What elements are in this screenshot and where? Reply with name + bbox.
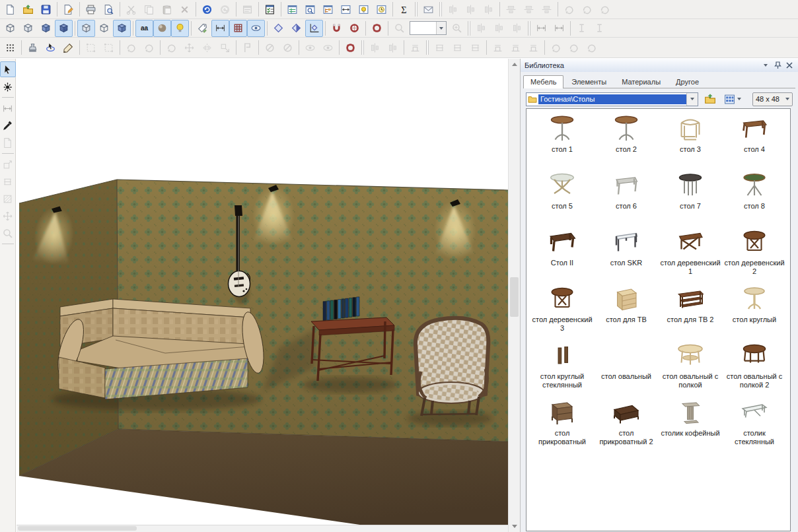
library-item-21[interactable]: стол прикроватный [530,397,595,453]
library-item-20[interactable]: стол овальный с полкой 2 [723,340,787,397]
thumbnail-size-combobox[interactable]: 48 x 48 [752,92,793,106]
project-checklist-button[interactable] [261,1,279,18]
tt-round-wood-icon [739,226,770,258]
scroll-up-button[interactable] [509,59,520,70]
panel-estimate-button[interactable] [283,1,301,18]
library-item-16[interactable]: стол круглый [723,283,787,340]
library-item-label: стол деревенский 2 [723,259,786,276]
tt-round-dark-icon [674,170,706,201]
open-project-button[interactable] [19,1,37,18]
stamp-mode-button[interactable] [24,39,42,56]
zoom-level-combobox[interactable] [410,21,447,35]
view-wireframe-button[interactable] [1,20,19,37]
light-tool-button[interactable] [0,79,16,94]
tab-other[interactable]: Другое [669,75,706,88]
save-project-button[interactable] [37,1,55,18]
show-labels-button[interactable] [135,20,153,37]
show-grid-button[interactable] [229,20,247,37]
path-dropdown-button[interactable] [686,93,698,106]
library-item-17[interactable]: стол круглый стеклянный [530,340,595,397]
show-lighting-button[interactable] [171,20,189,37]
library-item-23[interactable]: столик кофейный [659,397,723,453]
viewport-3d[interactable] [17,59,508,532]
library-item-8[interactable]: стол 8 [723,170,787,226]
tab-materials[interactable]: Материалы [614,75,668,88]
library-item-5[interactable]: стол 5 [530,170,595,226]
hide-selected-icon [264,42,275,53]
view-textured-button[interactable] [55,20,73,37]
panel-pin-button[interactable] [773,61,782,70]
chevron-down-icon[interactable] [436,22,446,34]
library-item-4[interactable]: стол 4 [723,113,787,170]
walls-show-all-button[interactable] [77,20,95,37]
show-materials-button[interactable] [153,20,171,37]
draw-mode-button[interactable] [59,39,77,56]
snap-to-vertex-button[interactable] [270,20,287,37]
library-item-2[interactable]: стол 2 [595,113,659,170]
toolbar-separator [468,21,468,36]
library-item-6[interactable]: стол 6 [595,170,659,226]
library-item-18[interactable]: стол овальный [595,340,659,397]
vertical-scroll-thumb[interactable] [510,277,519,317]
library-item-9[interactable]: Стол II [530,226,595,283]
corner-sofa[interactable] [52,299,267,399]
viewport-vertical-scrollbar[interactable] [508,59,520,532]
scroll-down-button[interactable] [509,521,520,532]
view-shaded-button[interactable] [37,20,55,37]
library-item-1[interactable]: стол 1 [530,113,595,170]
view-hidden-line-button[interactable] [19,20,37,37]
snap-center-button[interactable] [368,20,386,37]
orbit-mode-button[interactable] [42,39,59,56]
print-preview-button[interactable] [100,1,118,18]
snap-to-axes-button[interactable] [305,20,323,37]
category-path-combobox[interactable]: Гостиная\Столы [526,92,698,106]
eyedropper-tool-button[interactable] [0,117,16,133]
library-item-12[interactable]: стол деревенский 2 [723,226,787,283]
redo-icon [219,4,231,15]
library-item-3[interactable]: стол 3 [659,113,723,170]
grid-snap-settings-button[interactable] [1,39,19,56]
hide-selected-button [261,39,279,56]
view-mode-button[interactable] [722,91,743,107]
panel-structure-button[interactable] [319,1,337,18]
print-button[interactable] [82,1,100,18]
show-tags-button[interactable] [194,20,211,37]
panel-close-button[interactable] [785,61,794,70]
viewport-horizontal-scrollbar[interactable] [17,525,508,532]
folder-up-button[interactable] [702,91,718,107]
panel-dimensions-button[interactable] [337,1,355,18]
library-item-24[interactable]: столик стеклянный [723,397,787,453]
snap-rotation-button[interactable] [345,20,363,37]
send-mail-button[interactable] [419,1,437,18]
panel-lighting-button[interactable] [355,1,373,18]
library-item-10[interactable]: стол SKR [595,226,659,283]
walls-show-solid-button[interactable] [113,20,131,37]
show-dimensions-button[interactable] [211,20,229,37]
tab-furniture[interactable]: Мебель [523,75,563,88]
library-item-19[interactable]: стол овальный с полкой [659,340,723,397]
chevron-down-icon [764,64,768,67]
new-project-button[interactable] [1,1,19,18]
library-item-22[interactable]: стол прикроватный 2 [595,397,659,453]
library-item-15[interactable]: стол для ТВ 2 [659,283,723,340]
library-item-14[interactable]: стол для ТВ [595,283,659,340]
panel-menu-button[interactable] [761,61,770,70]
undo-button[interactable] [198,1,216,18]
edit-sheet-button[interactable] [59,1,77,18]
walls-show-cut-button[interactable] [95,20,113,37]
panel-history-button[interactable] [373,1,390,18]
show-hidden-objects-button[interactable] [247,20,265,37]
library-item-13[interactable]: стол деревенский 3 [530,283,595,340]
room-floor[interactable] [19,429,508,532]
library-item-7[interactable]: стол 7 [659,170,723,226]
library-items-area[interactable]: стол 1стол 2стол 3стол 4стол 5стол 6стол… [526,108,791,531]
horizontal-scroll-thumb[interactable] [18,526,137,531]
library-item-11[interactable]: стол деревенский 1 [659,226,723,283]
object-center-button[interactable] [342,39,359,56]
select-tool-button[interactable] [0,61,16,77]
tab-elements[interactable]: Элементы [564,75,614,88]
calc-estimate-button[interactable] [395,1,413,18]
snap-magnet-button[interactable] [328,20,345,37]
panel-preview-button[interactable] [301,1,319,18]
snap-to-edge-button[interactable] [287,20,305,37]
